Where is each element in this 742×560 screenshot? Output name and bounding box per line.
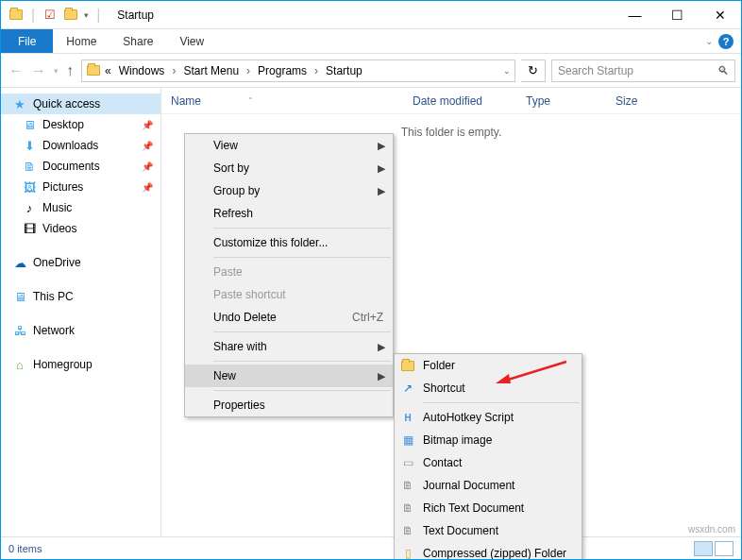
music-icon: ♪ [22, 200, 37, 215]
close-button[interactable]: ✕ [699, 1, 741, 29]
submenu-contact[interactable]: ▭Contact [395, 451, 582, 474]
menu-view[interactable]: View▶ [185, 134, 393, 157]
chevron-right-icon: ▶ [378, 162, 385, 175]
item-count: 0 items [8, 543, 42, 554]
pc-icon: 🖥 [12, 289, 27, 304]
breadcrumb-item[interactable]: Startup [322, 64, 366, 77]
sort-indicator-icon: ˄ [248, 96, 253, 106]
contact-icon: ▭ [400, 455, 415, 470]
text-icon: 🗎 [400, 523, 415, 538]
submenu-folder[interactable]: Folder [395, 354, 582, 377]
menu-undo-delete[interactable]: Undo DeleteCtrl+Z [185, 306, 393, 329]
video-icon: 🎞 [22, 221, 37, 236]
watermark: wsxdn.com [688, 524, 735, 535]
sidebar-onedrive[interactable]: ☁OneDrive [1, 252, 160, 273]
view-icons-button[interactable] [715, 541, 734, 556]
column-name[interactable]: Name˄ [161, 94, 403, 108]
home-tab[interactable]: Home [53, 29, 110, 53]
pictures-icon: 🖼 [22, 179, 37, 195]
search-input[interactable]: Search Startup 🔍︎ [551, 59, 735, 82]
submenu-text[interactable]: 🗎Text Document [395, 519, 582, 542]
search-placeholder: Search Startup [558, 64, 633, 77]
address-bar[interactable]: « Windows› Start Menu› Programs› Startup… [81, 59, 515, 82]
minimize-button[interactable]: — [614, 1, 656, 29]
maximize-button[interactable]: ☐ [656, 1, 699, 29]
file-tab[interactable]: File [1, 29, 53, 53]
share-tab[interactable]: Share [110, 29, 166, 53]
column-type[interactable]: Type [516, 94, 606, 108]
zip-icon: ▯ [400, 546, 415, 560]
menu-share-with[interactable]: Share with▶ [185, 335, 393, 358]
journal-icon: 🗎 [400, 478, 415, 493]
breadcrumb-item[interactable]: Windows [115, 64, 169, 77]
ribbon-tabs: File Home Share View ⌄ ? [1, 29, 741, 54]
sidebar-item-pictures[interactable]: 🖼Pictures📌 [1, 177, 160, 197]
recent-dropdown[interactable]: ▾ [52, 64, 60, 77]
network-icon: 🖧 [12, 323, 27, 338]
document-icon: 🗎 [22, 159, 37, 174]
chevron-right-icon: ▶ [378, 370, 385, 382]
sidebar-item-music[interactable]: ♪Music [1, 197, 160, 218]
folder-icon [63, 8, 78, 23]
context-menu: View▶ Sort by▶ Group by▶ Refresh Customi… [184, 133, 394, 417]
menu-paste: Paste [185, 261, 393, 283]
cloud-icon: ☁ [12, 255, 27, 270]
navigation-bar: ← → ▾ ↑ « Windows› Start Menu› Programs›… [1, 54, 741, 88]
submenu-ahk[interactable]: HAutoHotkey Script [395, 406, 582, 429]
column-size[interactable]: Size [606, 94, 741, 108]
menu-sort-by[interactable]: Sort by▶ [185, 157, 393, 179]
window-title: Startup [110, 8, 154, 22]
pin-icon: 📌 [142, 141, 153, 151]
submenu-zip[interactable]: ▯Compressed (zipped) Folder [395, 542, 582, 560]
star-icon: ★ [12, 96, 27, 111]
menu-customize[interactable]: Customize this folder... [185, 231, 393, 254]
sidebar-item-documents[interactable]: 🗎Documents📌 [1, 156, 160, 177]
sidebar-network[interactable]: 🖧Network [1, 320, 160, 341]
menu-group-by[interactable]: Group by▶ [185, 179, 393, 202]
chevron-right-icon: ▶ [378, 140, 385, 152]
sidebar-item-desktop[interactable]: 🖥Desktop📌 [1, 114, 160, 135]
submenu-shortcut[interactable]: ↗Shortcut [395, 377, 582, 399]
titlebar: | ☑ ▾ | Startup — ☐ ✕ [1, 1, 741, 29]
desktop-icon: 🖥 [22, 117, 37, 132]
folder-icon [86, 63, 101, 78]
shortcut-icon: ↗ [400, 381, 415, 396]
menu-paste-shortcut: Paste shortcut [185, 283, 393, 306]
forward-button[interactable]: → [29, 60, 48, 81]
keyboard-shortcut: Ctrl+Z [352, 311, 383, 324]
address-dropdown[interactable]: ⌄ [503, 66, 511, 76]
sidebar-item-videos[interactable]: 🎞Videos [1, 218, 160, 239]
refresh-button[interactable]: ↻ [521, 59, 546, 82]
sidebar-item-downloads[interactable]: ⬇Downloads📌 [1, 135, 160, 156]
explorer-window: | ☑ ▾ | Startup — ☐ ✕ File Home Share Vi… [0, 0, 742, 560]
ahk-icon: H [400, 410, 415, 425]
view-details-button[interactable] [694, 541, 713, 556]
menu-refresh[interactable]: Refresh [185, 202, 393, 225]
sidebar-homegroup[interactable]: ⌂Homegroup [1, 354, 160, 375]
menu-new[interactable]: New▶ [185, 365, 393, 387]
up-button[interactable]: ↑ [64, 60, 76, 81]
pin-icon: 📌 [142, 182, 153, 193]
ribbon-expand-icon[interactable]: ⌄ [705, 36, 713, 46]
quick-access[interactable]: ★ Quick access [1, 93, 160, 114]
submenu-rtf[interactable]: 🗎Rich Text Document [395, 497, 582, 519]
status-bar: 0 items [1, 536, 741, 559]
folder-icon [8, 8, 24, 23]
breadcrumb-item[interactable]: Start Menu [179, 64, 243, 77]
sidebar-thispc[interactable]: 🖥This PC [1, 286, 160, 307]
view-tab[interactable]: View [166, 29, 217, 53]
menu-properties[interactable]: Properties [185, 394, 393, 416]
pin-icon: 📌 [142, 161, 153, 172]
column-date[interactable]: Date modified [403, 94, 516, 108]
rtf-icon: 🗎 [400, 501, 415, 516]
folder-icon [400, 358, 415, 373]
path-prefix: « [105, 64, 111, 77]
search-icon: 🔍︎ [717, 64, 729, 77]
submenu-journal[interactable]: 🗎Journal Document [395, 474, 582, 497]
back-button[interactable]: ← [7, 60, 25, 81]
help-icon[interactable]: ? [718, 34, 734, 49]
breadcrumb-item[interactable]: Programs [254, 64, 311, 77]
new-submenu: Folder ↗Shortcut HAutoHotkey Script ▦Bit… [394, 353, 582, 560]
submenu-bitmap[interactable]: ▦Bitmap image [395, 429, 582, 451]
toolbar-overflow[interactable]: ▾ [84, 10, 89, 20]
